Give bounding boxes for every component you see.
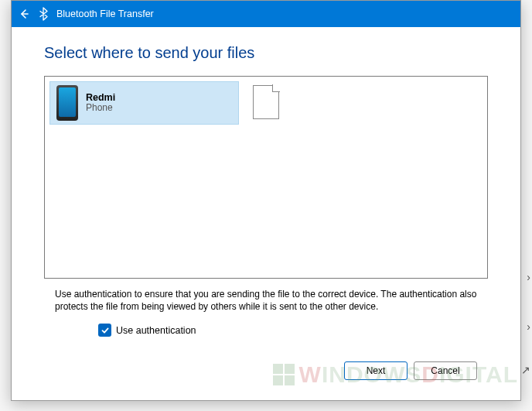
bluetooth-transfer-window: Bluetooth File Transfer Select where to … [11, 0, 521, 401]
file-icon[interactable] [253, 85, 279, 119]
next-button[interactable]: Next [344, 361, 408, 380]
use-authentication-checkbox[interactable] [98, 324, 111, 337]
device-text: Redmi Phone [86, 92, 115, 114]
device-list: Redmi Phone [44, 76, 488, 279]
bg-chevron-icon: › [527, 320, 530, 333]
authentication-description: Use authentication to ensure that you ar… [44, 288, 488, 313]
device-name: Redmi [86, 92, 115, 103]
use-authentication-row[interactable]: Use authentication [44, 324, 488, 337]
bg-external-icon: ↗ [521, 364, 530, 376]
content-area: Select where to send your files Redmi Ph… [12, 27, 520, 400]
phone-icon [56, 85, 80, 121]
page-heading: Select where to send your files [44, 44, 488, 62]
use-authentication-label: Use authentication [116, 325, 196, 336]
bluetooth-icon [38, 7, 49, 21]
titlebar: Bluetooth File Transfer [12, 1, 520, 27]
back-arrow-icon[interactable] [18, 8, 30, 20]
device-type: Phone [86, 103, 115, 114]
device-item-redmi[interactable]: Redmi Phone [49, 81, 239, 125]
bg-chevron-icon: › [527, 271, 530, 283]
footer-buttons: Next Cancel [44, 361, 488, 391]
window-title: Bluetooth File Transfer [56, 9, 154, 19]
cancel-button[interactable]: Cancel [414, 361, 477, 380]
